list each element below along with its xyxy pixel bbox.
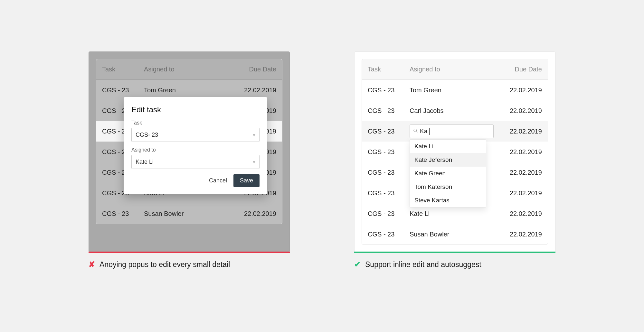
col-assigned-header: Asigned to: [144, 66, 228, 73]
cell-due: 22.02.2019: [494, 231, 542, 238]
bad-panel: Task Asigned to Due Date CGS - 23Tom Gre…: [89, 51, 290, 252]
cell-assigned: Carl Jacobs: [410, 107, 494, 115]
table-header: Task Asigned to Due Date: [362, 59, 548, 80]
table-row[interactable]: CGS - 23KaKate LiKate JefersonKate Green…: [362, 121, 548, 142]
cell-assigned: Susan Bowler: [410, 231, 494, 238]
cell-task: CGS - 23: [102, 210, 144, 217]
cross-icon: ✘: [89, 260, 95, 269]
suggest-item[interactable]: Kate Green: [410, 167, 486, 180]
cell-due: 22.02.2019: [228, 210, 276, 217]
cell-due: 22.02.2019: [494, 169, 542, 176]
table-row[interactable]: CGS - 23Tom Green22.02.2019: [362, 80, 548, 100]
suggest-item[interactable]: Kate Li: [410, 140, 486, 153]
cell-due: 22.02.2019: [494, 210, 542, 217]
check-icon: ✔: [354, 260, 361, 269]
table-row[interactable]: CGS - 23Carl Jacobs22.02.2019: [362, 100, 548, 121]
task-select[interactable]: CGS- 23 ▾: [131, 128, 260, 142]
cell-due: 22.02.2019: [494, 107, 542, 115]
bad-caption-text: Anoying popus to edit every small detail: [99, 260, 230, 269]
col-due-header: Due Date: [494, 66, 542, 73]
cell-task: CGS - 23: [368, 107, 410, 115]
good-example: Task Asigned to Due Date CGS - 23Tom Gre…: [354, 51, 555, 269]
edit-task-modal: Edit task Task CGS- 23 ▾ Asigned to Kate…: [124, 97, 267, 194]
task-field-label: Task: [131, 120, 260, 126]
good-caption: ✔ Support inline edit and autosuggest: [354, 260, 555, 269]
col-task-header: Task: [368, 66, 410, 73]
table-row[interactable]: CGS - 23Susan Bowler22.02.2019: [362, 224, 548, 244]
cell-assigned: Tom Green: [144, 87, 228, 94]
svg-line-1: [416, 131, 417, 133]
cell-task: CGS - 23: [368, 87, 410, 94]
cell-due: 22.02.2019: [228, 87, 276, 94]
cell-due: 22.02.2019: [494, 189, 542, 197]
cell-due: 22.02.2019: [494, 87, 542, 94]
suggest-item[interactable]: Kate Jeferson: [410, 153, 486, 167]
cell-task: CGS - 23: [102, 87, 144, 94]
cell-due: 22.02.2019: [494, 148, 542, 156]
cell-task: CGS - 23: [368, 128, 410, 135]
assigned-inline-input[interactable]: Ka: [410, 124, 494, 138]
task-select-value: CGS- 23: [136, 132, 158, 138]
bad-example: Task Asigned to Due Date CGS - 23Tom Gre…: [89, 51, 290, 269]
good-caption-text: Support inline edit and autosuggest: [365, 260, 481, 269]
svg-point-0: [414, 129, 417, 132]
save-button[interactable]: Save: [233, 174, 260, 187]
col-assigned-header: Asigned to: [410, 66, 494, 73]
cell-task: CGS - 23: [368, 231, 410, 238]
suggest-item[interactable]: Tom Katerson: [410, 180, 486, 194]
cell-due: 22.02.2019: [494, 128, 542, 135]
col-task-header: Task: [102, 66, 144, 73]
assigned-field-label: Asigned to: [131, 147, 260, 153]
col-due-header: Due Date: [228, 66, 276, 73]
search-icon: [413, 128, 418, 134]
autosuggest-dropdown: Kate LiKate JefersonKate GreenTom Katers…: [410, 139, 486, 208]
cell-task: CGS - 23: [368, 189, 410, 197]
cell-assigned: Tom Green: [410, 87, 494, 94]
inline-input-value: Ka: [420, 128, 427, 135]
text-cursor: [429, 128, 430, 135]
cancel-button[interactable]: Cancel: [209, 177, 227, 184]
cell-task: CGS - 23: [368, 148, 410, 156]
cell-task: CGS - 23: [368, 169, 410, 176]
suggest-item[interactable]: Steve Kartas: [410, 194, 486, 207]
table-row[interactable]: CGS - 23Susan Bowler22.02.2019: [96, 203, 282, 224]
cell-task: CGS - 23: [368, 210, 410, 217]
inline-assigned-field: KaKate LiKate JefersonKate GreenTom Kate…: [410, 124, 494, 138]
table-header: Task Asigned to Due Date: [96, 59, 282, 80]
good-underline: [354, 252, 555, 253]
cell-assigned: Kate Li: [410, 210, 494, 217]
assigned-select[interactable]: Kate Li ▾: [131, 155, 260, 169]
task-table-good: Task Asigned to Due Date CGS - 23Tom Gre…: [362, 59, 548, 245]
chevron-down-icon: ▾: [253, 159, 255, 165]
good-panel: Task Asigned to Due Date CGS - 23Tom Gre…: [354, 51, 555, 252]
modal-title: Edit task: [131, 105, 260, 114]
cell-assigned: Susan Bowler: [144, 210, 228, 217]
assigned-select-value: Kate Li: [136, 159, 154, 165]
bad-caption: ✘ Anoying popus to edit every small deta…: [89, 260, 290, 269]
chevron-down-icon: ▾: [253, 132, 255, 138]
bad-underline: [89, 252, 290, 253]
